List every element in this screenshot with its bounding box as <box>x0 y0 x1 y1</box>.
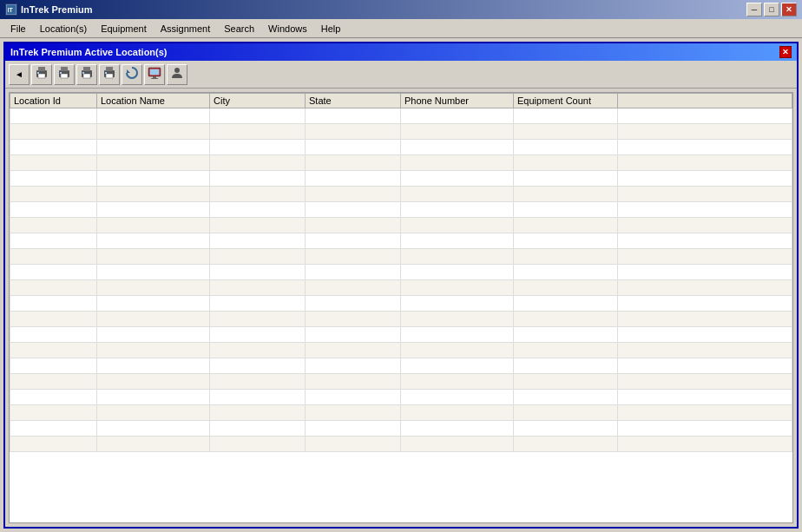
table-cell <box>514 218 618 233</box>
table-row[interactable] <box>10 155 792 171</box>
table-row[interactable] <box>10 405 792 421</box>
table-cell <box>306 265 401 280</box>
window-close-button[interactable]: ✕ <box>781 3 797 16</box>
table-cell <box>618 280 792 296</box>
menu-equipment[interactable]: Equipment <box>94 22 154 36</box>
table-cell <box>401 108 514 124</box>
table-cell <box>401 296 514 312</box>
svg-rect-11 <box>83 67 90 71</box>
table-cell <box>514 140 618 155</box>
col-city: City <box>210 94 306 108</box>
minimize-button[interactable]: ─ <box>746 3 762 16</box>
toolbar-refresh-button[interactable] <box>122 64 142 85</box>
table-row[interactable] <box>10 249 792 265</box>
table-row[interactable] <box>10 202 792 218</box>
table-row[interactable] <box>10 390 792 405</box>
table-cell <box>401 405 514 421</box>
table-cell <box>210 265 306 280</box>
table-cell <box>514 187 618 202</box>
table-cell <box>514 249 618 265</box>
table-cell <box>618 108 792 124</box>
table-cell <box>306 218 401 233</box>
table-cell <box>97 155 210 171</box>
table-row[interactable] <box>10 296 792 312</box>
table-cell <box>97 390 210 405</box>
table-cell <box>97 202 210 218</box>
table-cell <box>97 405 210 421</box>
table-row[interactable] <box>10 358 792 374</box>
table-row[interactable] <box>10 437 792 452</box>
table-cell <box>514 343 618 358</box>
menu-windows[interactable]: Windows <box>261 22 314 36</box>
menu-search[interactable]: Search <box>217 22 261 36</box>
table-cell <box>210 296 306 312</box>
table-row[interactable] <box>10 140 792 155</box>
inner-window-title: InTrek Premium Active Location(s) <box>10 47 168 57</box>
table-cell <box>10 202 97 218</box>
menu-locations[interactable]: Location(s) <box>33 22 94 36</box>
toolbar-print1-button[interactable] <box>31 64 52 85</box>
table-cell <box>618 390 792 405</box>
table-cell <box>10 405 97 421</box>
table-row[interactable] <box>10 187 792 202</box>
table-row[interactable] <box>10 218 792 233</box>
table-cell <box>514 108 618 124</box>
table-row[interactable] <box>10 421 792 437</box>
table-cell <box>401 124 514 140</box>
table-cell <box>210 202 306 218</box>
table-cell <box>306 249 401 265</box>
toolbar-print3-button[interactable] <box>76 64 97 85</box>
table-cell <box>618 327 792 343</box>
table-row[interactable] <box>10 171 792 187</box>
table-cell <box>618 296 792 312</box>
svg-rect-5 <box>37 72 39 74</box>
col-phone-number: Phone Number <box>401 94 514 108</box>
menu-assignment[interactable]: Assignment <box>154 22 217 36</box>
table-cell <box>618 343 792 358</box>
table-cell <box>97 108 210 124</box>
col-extra <box>618 94 792 108</box>
col-state: State <box>306 94 401 108</box>
refresh-icon <box>125 66 139 82</box>
toolbar-person-button[interactable] <box>167 64 187 85</box>
table-cell <box>210 233 306 249</box>
table-cell <box>10 140 97 155</box>
table-cell <box>10 233 97 249</box>
table-cell <box>97 265 210 280</box>
table-cell <box>97 374 210 390</box>
table-cell <box>401 280 514 296</box>
table-row[interactable] <box>10 343 792 358</box>
table-row[interactable] <box>10 233 792 249</box>
menu-file[interactable]: File <box>3 22 33 36</box>
table-cell <box>210 249 306 265</box>
col-location-id: Location Id <box>10 94 97 108</box>
table-cell <box>514 202 618 218</box>
table-row[interactable] <box>10 327 792 343</box>
table-cell <box>97 358 210 374</box>
svg-rect-16 <box>106 74 113 78</box>
toolbar-monitor-button[interactable] <box>144 64 165 85</box>
maximize-button[interactable]: □ <box>764 3 779 16</box>
toolbar-back-button[interactable]: ◄ <box>9 64 30 85</box>
table-row[interactable] <box>10 265 792 280</box>
table-row[interactable] <box>10 108 792 124</box>
table-cell <box>97 312 210 327</box>
table-cell <box>618 421 792 437</box>
table-cell <box>514 124 618 140</box>
table-cell <box>401 249 514 265</box>
svg-rect-17 <box>105 72 107 74</box>
table-cell <box>210 140 306 155</box>
table-cell <box>10 171 97 187</box>
table-row[interactable] <box>10 124 792 140</box>
table-cell <box>514 374 618 390</box>
inner-window-close-button[interactable]: ✕ <box>779 46 792 58</box>
menu-help[interactable]: Help <box>314 22 348 36</box>
toolbar-print2-button[interactable] <box>54 64 75 85</box>
table-row[interactable] <box>10 280 792 296</box>
table-row[interactable] <box>10 312 792 327</box>
table-cell <box>210 421 306 437</box>
table-row[interactable] <box>10 374 792 390</box>
monitor-icon <box>148 66 161 82</box>
toolbar-print4-button[interactable] <box>99 64 120 85</box>
table-cell <box>401 437 514 452</box>
